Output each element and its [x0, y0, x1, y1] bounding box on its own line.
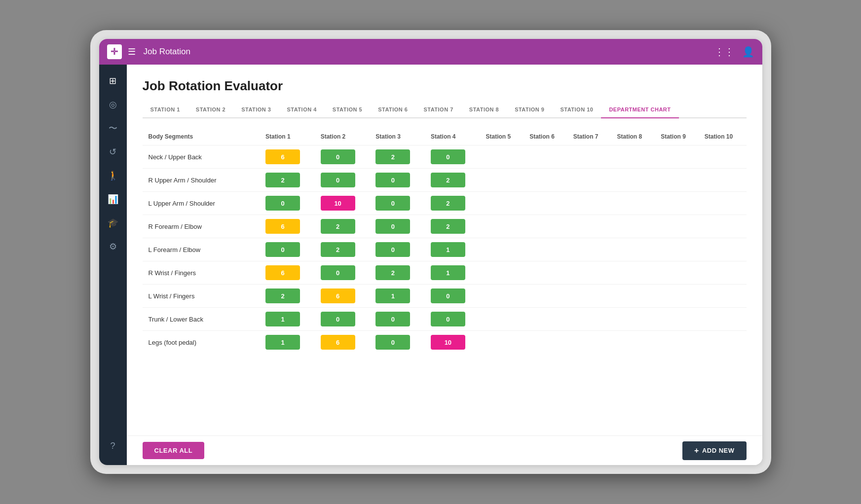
score-cell	[611, 215, 655, 238]
sidebar-item-barchart[interactable]: 📊	[103, 189, 123, 210]
score-cell	[567, 331, 611, 354]
score-badge: 0	[431, 312, 465, 326]
table-row: R Upper Arm / Shoulder2002	[143, 169, 747, 192]
score-cell	[699, 169, 747, 192]
tab-station-3[interactable]: STATION 3	[233, 102, 279, 118]
score-badge: 0	[265, 196, 300, 211]
segment-label: L Forearm / Elbow	[143, 238, 260, 261]
score-badge: 0	[431, 288, 465, 303]
score-cell	[567, 261, 611, 285]
sidebar-item-dashboard[interactable]: ⊞	[103, 71, 123, 91]
tab-station-10[interactable]: STATION 10	[552, 102, 601, 118]
col-header-5: Station 5	[480, 128, 524, 145]
user-icon[interactable]: 👤	[742, 46, 754, 58]
score-badge: 6	[265, 149, 300, 164]
score-cell	[567, 238, 611, 261]
tab-station-1[interactable]: STATION 1	[143, 102, 188, 118]
score-cell: 2	[315, 215, 370, 238]
score-badge: 1	[265, 335, 300, 350]
score-cell: 0	[425, 145, 480, 169]
score-badge: 0	[321, 173, 355, 187]
score-badge: 0	[375, 173, 410, 187]
page-title: Job Rotation Evaluator	[143, 78, 747, 94]
score-cell: 2	[425, 169, 480, 192]
score-cell	[699, 215, 747, 238]
score-badge: 2	[321, 242, 355, 257]
table-row: Legs (foot pedal)16010	[143, 331, 747, 354]
department-chart-table: Body SegmentsStation 1Station 2Station 3…	[143, 128, 747, 354]
segment-label: Neck / Upper Back	[143, 145, 260, 169]
score-cell: 2	[260, 169, 315, 192]
score-cell: 0	[370, 169, 425, 192]
score-cell	[524, 169, 567, 192]
score-cell	[524, 238, 567, 261]
score-cell	[524, 192, 567, 215]
score-cell	[524, 215, 567, 238]
score-cell	[611, 261, 655, 285]
col-header-1: Station 1	[260, 128, 315, 145]
score-cell	[480, 331, 524, 354]
main-layout: ⊞ ◎ 〜 ↺ 🚶 📊 🎓 ⚙ ? Job Rotation Evaluator…	[99, 65, 762, 465]
score-cell: 1	[260, 331, 315, 354]
score-cell	[655, 145, 699, 169]
score-badge: 0	[321, 265, 355, 280]
score-cell: 6	[260, 215, 315, 238]
tab-station-8[interactable]: STATION 8	[461, 102, 507, 118]
tab-station-4[interactable]: STATION 4	[279, 102, 324, 118]
tabs: STATION 1STATION 2STATION 3STATION 4STAT…	[143, 102, 747, 118]
score-badge: 2	[265, 288, 300, 303]
score-badge: 0	[265, 242, 300, 257]
score-cell	[655, 192, 699, 215]
score-cell	[699, 238, 747, 261]
clear-all-button[interactable]: CLEAR ALL	[143, 442, 205, 459]
sidebar-item-analytics[interactable]: 〜	[103, 118, 123, 139]
score-badge: 0	[375, 196, 410, 211]
score-badge: 1	[265, 312, 300, 326]
col-header-6: Station 6	[524, 128, 567, 145]
score-cell	[699, 261, 747, 285]
tab-station-6[interactable]: STATION 6	[370, 102, 415, 118]
table-row: Neck / Upper Back6020	[143, 145, 747, 169]
table-wrapper: Body SegmentsStation 1Station 2Station 3…	[127, 118, 762, 435]
score-badge: 6	[265, 265, 300, 280]
score-badge: 2	[431, 219, 465, 234]
score-cell: 2	[370, 261, 425, 285]
score-cell: 0	[315, 169, 370, 192]
table-row: R Wrist / Fingers6021	[143, 261, 747, 285]
tab-station-2[interactable]: STATION 2	[188, 102, 233, 118]
sidebar-item-refresh[interactable]: ↺	[103, 142, 123, 162]
tab-station-9[interactable]: STATION 9	[507, 102, 552, 118]
hamburger-icon[interactable]: ☰	[128, 46, 136, 57]
col-header-3: Station 3	[370, 128, 425, 145]
tab-station-5[interactable]: STATION 5	[325, 102, 370, 118]
score-cell	[524, 261, 567, 285]
score-cell: 6	[315, 285, 370, 308]
tab-station-7[interactable]: STATION 7	[415, 102, 461, 118]
sidebar-item-target[interactable]: ◎	[103, 94, 123, 115]
score-cell	[480, 261, 524, 285]
segment-label: L Upper Arm / Shoulder	[143, 192, 260, 215]
score-cell: 0	[425, 308, 480, 331]
app-title: Job Rotation	[144, 47, 190, 57]
sidebar-item-settings[interactable]: ⚙	[103, 236, 123, 257]
sidebar-item-training[interactable]: 🎓	[103, 213, 123, 233]
sidebar-item-help[interactable]: ?	[103, 435, 123, 456]
table-row: L Upper Arm / Shoulder01002	[143, 192, 747, 215]
score-cell	[611, 331, 655, 354]
score-badge: 10	[321, 196, 355, 211]
grid-icon[interactable]: ⋮⋮	[714, 46, 734, 58]
add-new-button[interactable]: + ADD NEW	[682, 441, 746, 460]
score-cell: 2	[260, 285, 315, 308]
score-cell: 1	[260, 308, 315, 331]
segment-label: R Forearm / Elbow	[143, 215, 260, 238]
score-cell: 0	[425, 285, 480, 308]
segment-label: L Wrist / Fingers	[143, 285, 260, 308]
tab-department-chart[interactable]: DEPARTMENT CHART	[601, 102, 678, 118]
sidebar-item-person[interactable]: 🚶	[103, 165, 123, 186]
logo: ✛	[107, 44, 122, 59]
sidebar-bottom: ?	[103, 435, 123, 459]
page-header: Job Rotation Evaluator STATION 1STATION …	[127, 65, 762, 118]
score-cell	[480, 169, 524, 192]
score-cell: 2	[425, 192, 480, 215]
score-cell	[524, 331, 567, 354]
